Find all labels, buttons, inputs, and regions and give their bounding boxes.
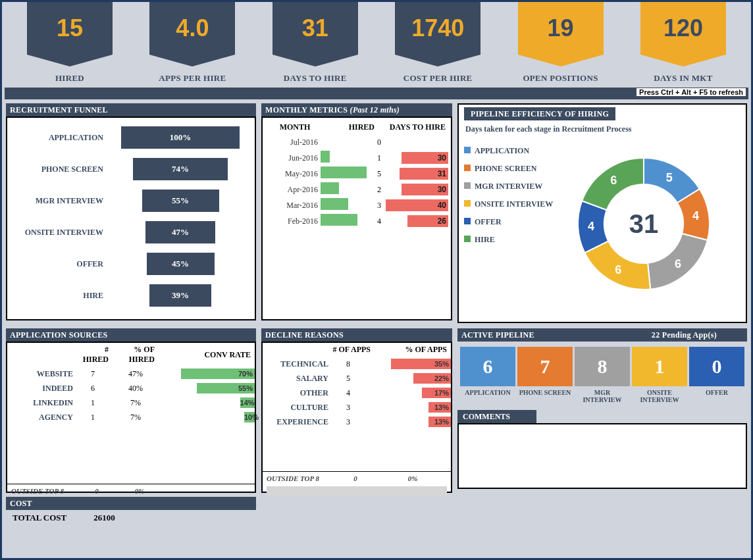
monthly-header: MONTH HIRED DAYS TO HIRE	[265, 120, 448, 134]
kpi-value: 31	[273, 2, 358, 55]
funnel-row: ONSITE INTERVIEW 47%	[11, 216, 251, 248]
donut-center: 31	[629, 209, 659, 238]
pipeline-cell: 1	[632, 347, 687, 386]
legend-item: APPLICATION	[464, 146, 553, 156]
kpi-hired: 15 HIRED	[14, 2, 126, 84]
donut-panel: PIPELINE EFFICIENCY OF HIRING Days taken…	[457, 103, 747, 323]
kpi-value: 4.0	[149, 2, 235, 55]
sources-title: APPLICATION SOURCES	[6, 328, 256, 342]
monthly-row: Jun-2016 1 30	[265, 150, 448, 166]
donut-legend: APPLICATIONPHONE SCREENMGR INTERVIEWONSI…	[464, 138, 553, 309]
kpi-label: DAYS IN MKT	[654, 73, 713, 84]
monthly-row: Jul-2016 0	[265, 134, 448, 150]
pipeline-cell: 6	[460, 347, 515, 386]
declines-title: DECLINE REASONS	[261, 328, 452, 342]
pipeline-label: APPLICATION	[460, 389, 515, 403]
comments-box[interactable]	[457, 423, 747, 489]
monthly-title: MONTHLY METRICS (Past 12 mths)	[261, 103, 452, 116]
kpi-label: APPS PER HIRE	[159, 73, 226, 84]
kpi-row: 15 HIRED 4.0 APPS PER HIRE 31 DAYS TO HI…	[2, 2, 751, 84]
refresh-hint: Press Ctrl + Alt + F5 to refresh	[636, 88, 746, 96]
kpi-apps-per-hire: 4.0 APPS PER HIRE	[136, 2, 248, 84]
svg-text:5: 5	[666, 171, 673, 184]
kpi-value: 15	[27, 2, 113, 55]
cost-title: COST	[6, 497, 256, 510]
monthly-row: May-2016 5 31	[265, 166, 448, 182]
kpi-value: 19	[518, 2, 604, 55]
pipeline-row: 67810	[460, 347, 744, 386]
pipeline-label: ONSITE INTERVIEW	[632, 389, 687, 403]
svg-text:6: 6	[675, 257, 681, 270]
separator-bar: Press Ctrl + Alt + F5 to refresh	[5, 88, 748, 99]
source-row: AGENCY17% 10%	[7, 410, 255, 424]
kpi-label: COST PER HIRE	[403, 73, 473, 84]
kpi-label: HIRED	[55, 73, 84, 84]
legend-item: MGR INTERVIEW	[464, 182, 553, 191]
funnel-panel: RECRUITMENT FUNNEL APPLICATION 100% PHON…	[6, 103, 256, 323]
pipeline-cell: 7	[517, 347, 573, 386]
sources-header: # HIRED % OF HIREDCONV RATE	[7, 343, 255, 367]
comments-title: COMMENTS	[457, 410, 536, 423]
monthly-panel: MONTHLY METRICS (Past 12 mths) MONTH HIR…	[261, 103, 452, 323]
kpi-value: 1740	[395, 2, 480, 55]
donut-subtitle: Days taken for each stage in Recruitment…	[465, 124, 739, 134]
declines-outside: OUTSIDE TOP 8 0 0%	[263, 471, 451, 485]
legend-item: HIRE	[464, 235, 553, 245]
funnel-row: APPLICATION 100%	[11, 122, 251, 153]
svg-text:6: 6	[615, 263, 621, 276]
monthly-row: Mar-2016 3 40	[265, 197, 448, 213]
monthly-row: Feb-2016 4 26	[265, 213, 448, 229]
donut-chart: 5 4 6 6 4 631	[558, 138, 729, 309]
monthly-row: Apr-2016 2 30	[265, 182, 448, 197]
kpi-value: 120	[640, 2, 726, 55]
cost-row: TOTAL COST 26100	[6, 510, 256, 526]
decline-row: EXPERIENCE3 13%	[263, 415, 451, 429]
source-row: LINKEDIN17% 14%	[7, 395, 255, 410]
funnel-row: PHONE SCREEN 74%	[11, 153, 251, 185]
svg-text:4: 4	[588, 220, 594, 233]
kpi-open-positions: 19 OPEN POSITIONS	[505, 2, 617, 84]
svg-text:4: 4	[692, 209, 699, 222]
decline-row: TECHNICAL8 35%	[263, 357, 451, 371]
decline-row: OTHER4 17%	[263, 386, 451, 400]
active-title: ACTIVE PIPELINE 22 Pending App(s)	[457, 328, 747, 342]
legend-item: OFFER	[464, 217, 553, 227]
funnel-row: MGR INTERVIEW 55%	[11, 185, 251, 216]
sources-outside: OUTSIDE TOP 8 0 0%	[7, 484, 255, 497]
active-panel: ACTIVE PIPELINE 22 Pending App(s) 67810 …	[457, 328, 747, 526]
pipeline-cell: 0	[689, 347, 744, 386]
sources-panel: APPLICATION SOURCES # HIRED % OF HIREDCO…	[6, 328, 256, 526]
pipeline-label: MGR INTERVIEW	[575, 389, 630, 403]
kpi-label: DAYS TO HIRE	[284, 73, 347, 84]
source-row: WEBSITE747% 70%	[7, 367, 255, 381]
kpi-days-to-hire: 31 DAYS TO HIRE	[259, 2, 371, 84]
funnel-row: OFFER 45%	[11, 248, 251, 280]
pipeline-label: PHONE SCREEN	[517, 389, 573, 403]
kpi-cost-per-hire: 1740 COST PER HIRE	[382, 2, 494, 84]
funnel-row: HIRE 39%	[11, 280, 251, 311]
declines-panel: DECLINE REASONS # OF APPS % OF APPS TECH…	[261, 328, 452, 526]
donut-title: PIPELINE EFFICIENCY OF HIRING	[464, 107, 615, 120]
kpi-label: OPEN POSITIONS	[523, 73, 598, 84]
pipeline-cell: 8	[575, 347, 630, 386]
legend-item: PHONE SCREEN	[464, 164, 553, 174]
decline-row: SALARY5 22%	[263, 371, 451, 386]
funnel-title: RECRUITMENT FUNNEL	[6, 103, 256, 116]
source-row: INDEED640% 55%	[7, 381, 255, 395]
legend-item: ONSITE INTERVIEW	[464, 199, 553, 209]
svg-text:6: 6	[611, 174, 617, 187]
decline-row: CULTURE3 13%	[263, 400, 451, 415]
pipeline-label: OFFER	[689, 389, 744, 403]
kpi-days-in-mkt: 120 DAYS IN MKT	[627, 2, 739, 84]
declines-header: # OF APPS % OF APPS	[263, 343, 451, 357]
